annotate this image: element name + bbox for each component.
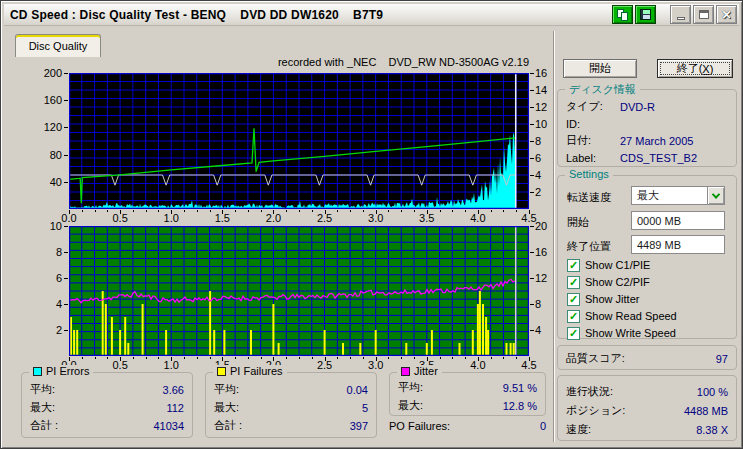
axis-tick — [478, 357, 479, 361]
axis-tick — [95, 210, 96, 212]
start-button-label: 開始 — [589, 61, 611, 76]
total-value: 397 — [350, 420, 368, 432]
axis-tick — [69, 357, 70, 361]
axis-tick-label: 14 — [535, 84, 547, 96]
axis-tick-label: 80 — [50, 149, 62, 161]
axis-tick-label: 0.5 — [112, 359, 127, 371]
axis-tick — [530, 124, 534, 125]
minimize-button[interactable] — [670, 5, 691, 24]
axis-tick — [120, 210, 121, 214]
axis-tick — [64, 226, 68, 227]
axis-tick-label: 3.0 — [368, 212, 383, 224]
checkbox-show-read-speed[interactable]: ✓Show Read Speed — [567, 309, 677, 323]
copy-button[interactable] — [612, 5, 633, 24]
total-label: 合計 : — [30, 418, 58, 433]
axis-tick — [440, 210, 441, 212]
checkbox-show-jitter[interactable]: ✓Show Jitter — [567, 292, 639, 306]
axis-tick-label: 0.0 — [61, 212, 76, 224]
max-value: 5 — [362, 402, 368, 414]
axis-tick — [312, 210, 313, 212]
axis-tick — [64, 278, 68, 279]
disc-type-label: タイプ: — [566, 99, 620, 114]
axis-tick-label: 3.5 — [419, 212, 434, 224]
po-failures-row: PO Failures: 0 — [389, 420, 546, 432]
close-button[interactable]: ✕ — [716, 5, 737, 24]
start-position-input[interactable]: 0000 MB — [631, 211, 725, 230]
start-position-label: 開始 — [567, 215, 589, 230]
axis-tick — [516, 210, 517, 212]
axis-tick — [146, 210, 147, 212]
axis-tick-label: 0.5 — [112, 212, 127, 224]
axis-tick — [350, 357, 351, 359]
tab-disc-quality[interactable]: Disc Quality — [15, 34, 101, 57]
axis-tick — [64, 127, 68, 128]
axis-tick — [64, 155, 68, 156]
axis-tick-label: 4.0 — [470, 212, 485, 224]
axis-tick-label: 1.0 — [164, 212, 179, 224]
jitter-swatch — [401, 367, 410, 376]
axis-tick — [261, 357, 262, 359]
dropdown-button[interactable] — [707, 187, 724, 204]
pi-failures-title: PI Failures — [230, 365, 283, 377]
end-position-value: 4489 MB — [637, 239, 681, 251]
transfer-speed-select[interactable]: 最大 — [631, 186, 725, 205]
end-position-input[interactable]: 4489 MB — [631, 235, 725, 254]
axis-tick-label: 10 — [535, 118, 547, 130]
save-button[interactable] — [635, 5, 656, 24]
axis-tick — [158, 210, 159, 212]
axis-tick — [171, 210, 172, 214]
axis-tick — [376, 210, 377, 214]
axis-tick — [503, 210, 504, 212]
total-label: 合計 : — [214, 418, 242, 433]
checkbox-checked-icon: ✓ — [567, 276, 580, 289]
axis-tick — [530, 107, 534, 108]
maximize-button[interactable] — [693, 5, 714, 24]
axis-tick — [64, 182, 68, 183]
axis-tick — [427, 210, 428, 214]
axis-tick — [133, 210, 134, 212]
max-label: 最大: — [398, 398, 423, 413]
axis-tick-label: 120 — [44, 121, 62, 133]
checkbox-show-write-speed[interactable]: ✓Show Write Speed — [567, 326, 676, 340]
po-failures-value: 0 — [540, 420, 546, 432]
axis-tick — [107, 357, 108, 359]
axis-tick — [235, 210, 236, 212]
axis-tick — [530, 158, 534, 159]
checkbox-show-c2-pif[interactable]: ✓Show C2/PIF — [567, 275, 650, 289]
avg-value: 3.66 — [163, 384, 184, 396]
axis-tick-label: 16 — [535, 246, 547, 258]
start-button[interactable]: 開始 — [563, 59, 637, 78]
axis-tick-label: 2.5 — [317, 359, 332, 371]
tab-label: Disc Quality — [29, 40, 88, 52]
checkbox-label: Show Write Speed — [585, 327, 676, 339]
axis-tick — [64, 330, 68, 331]
axis-tick — [222, 210, 223, 214]
axis-tick — [465, 357, 466, 359]
max-value: 12.8 % — [503, 400, 537, 412]
axis-tick — [325, 210, 326, 214]
axis-tick-label: 12 — [535, 101, 547, 113]
close-icon: ✕ — [721, 9, 731, 21]
axis-tick — [491, 357, 492, 359]
position-value: 4488 MB — [684, 405, 728, 417]
axis-tick — [95, 357, 96, 359]
axis-tick-label: 16 — [535, 67, 547, 79]
titlebar: CD Speed : Disc Quality Test - BENQ DVD … — [4, 4, 739, 26]
checkbox-show-c1-pie[interactable]: ✓Show C1/PIE — [567, 258, 650, 272]
axis-tick — [530, 252, 534, 253]
axis-tick — [286, 357, 287, 359]
axis-tick — [414, 210, 415, 212]
exit-button[interactable]: 終了(X) — [657, 59, 733, 78]
jitter-title: Jitter — [414, 365, 438, 377]
axis-tick — [414, 357, 415, 359]
transfer-speed-label: 転送速度 — [567, 190, 611, 205]
axis-tick-label: 40 — [50, 176, 62, 188]
chevron-down-icon — [712, 190, 720, 198]
axis-tick-label: 3.0 — [368, 359, 383, 371]
checkbox-checked-icon: ✓ — [567, 327, 580, 340]
pi-errors-speed-chart — [69, 73, 529, 209]
checkbox-checked-icon: ✓ — [567, 259, 580, 272]
checkbox-label: Show C1/PIE — [585, 259, 650, 271]
axis-tick-label: 4 — [535, 324, 541, 336]
axis-tick — [248, 357, 249, 359]
